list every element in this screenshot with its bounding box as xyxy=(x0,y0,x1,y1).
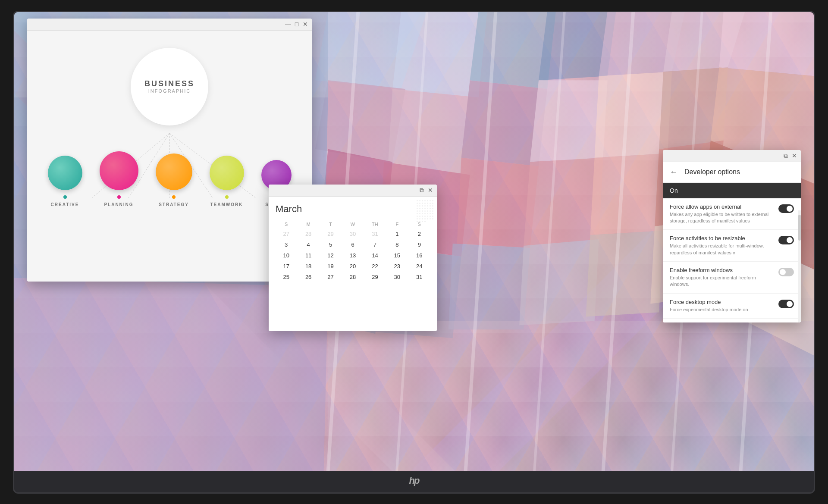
circle-planning: PLANNING xyxy=(100,151,138,207)
hp-logo-svg: hp xyxy=(405,474,423,487)
cal-day-29a[interactable]: 29 xyxy=(320,229,341,239)
circles-row: CREATIVE PLANNING STRATEGY xyxy=(48,151,292,207)
devops-freeform-title: Enable freeform windows xyxy=(670,267,773,273)
developer-options-window: ⧉ ✕ ← Developer options On Force allow a… xyxy=(663,150,801,322)
devops-force-allow-desc: Makes any app eligible to be written to … xyxy=(670,211,773,225)
circle-teal xyxy=(48,156,82,190)
devops-options-list: Force allow apps on external Makes any a… xyxy=(663,198,801,322)
circle-creative: CREATIVE xyxy=(48,156,82,207)
cal-day-10[interactable]: 10 xyxy=(276,250,297,261)
infographic-label: INFOGRAPHIC xyxy=(148,88,191,94)
day-header-th: TH xyxy=(364,220,386,229)
dot-creative xyxy=(63,195,67,199)
calendar-window: ⧉ ✕ xyxy=(269,185,437,331)
calendar-titlebar: ⧉ ✕ xyxy=(269,185,437,197)
devops-scrollbar[interactable] xyxy=(798,210,801,322)
day-header-f: F xyxy=(386,220,408,229)
toggle-force-activities[interactable] xyxy=(778,236,794,244)
calendar-content: March S M T W TH F S xyxy=(269,197,437,331)
cal-day-29b[interactable]: 29 xyxy=(364,272,386,282)
devops-force-activities-desc: Make all activities resizable for multi-… xyxy=(670,243,773,256)
devops-desktop-desc: Force experimental desktop mode on xyxy=(670,307,773,313)
toggle-desktop-mode[interactable] xyxy=(778,300,794,308)
calendar-close-button[interactable]: ✕ xyxy=(427,187,433,193)
calendar-dots-pattern xyxy=(413,197,437,331)
devops-option-freeform: Enable freeform windows Enable support f… xyxy=(663,262,801,294)
cal-week-5: 25 26 27 28 29 30 31 xyxy=(276,272,430,282)
cal-day-1[interactable]: 1 xyxy=(386,229,408,239)
circle-yellow xyxy=(210,156,244,190)
back-arrow-icon[interactable]: ← xyxy=(670,168,677,177)
devops-close-button[interactable]: ✕ xyxy=(791,153,797,159)
calendar-days-header: S M T W TH F S xyxy=(276,220,430,229)
devops-freeform-desc: Enable support for experimental freeform… xyxy=(670,275,773,288)
devops-on-bar: On xyxy=(663,183,801,198)
cal-day-11[interactable]: 11 xyxy=(298,250,319,261)
cal-day-30a[interactable]: 30 xyxy=(342,229,363,239)
cal-day-6[interactable]: 6 xyxy=(342,239,363,250)
cal-week-3: 10 11 12 13 14 15 16 xyxy=(276,250,430,261)
day-header-t1: T xyxy=(320,220,341,229)
cal-day-5[interactable]: 5 xyxy=(320,239,341,250)
cal-day-7[interactable]: 7 xyxy=(364,239,386,250)
devops-on-status: On xyxy=(670,187,678,194)
infographic-maximize-button[interactable]: □ xyxy=(294,21,300,27)
cal-day-27a[interactable]: 27 xyxy=(276,229,297,239)
calendar-maximize-button[interactable]: ⧉ xyxy=(419,187,425,193)
cal-day-25[interactable]: 25 xyxy=(276,272,297,282)
dot-strategy xyxy=(172,195,176,199)
devops-option-freeform-text: Enable freeform windows Enable support f… xyxy=(670,267,778,288)
cal-day-12[interactable]: 12 xyxy=(320,250,341,261)
calendar-header: March xyxy=(276,203,430,215)
devops-titlebar: ⧉ ✕ xyxy=(663,150,801,162)
cal-day-28b[interactable]: 28 xyxy=(342,272,363,282)
cal-day-18[interactable]: 18 xyxy=(298,261,319,272)
day-header-m: M xyxy=(298,220,319,229)
cal-day-31a[interactable]: 31 xyxy=(364,229,386,239)
toggle-freeform[interactable] xyxy=(778,268,794,276)
devops-scrollbar-thumb[interactable] xyxy=(798,215,801,241)
cal-day-30b[interactable]: 30 xyxy=(386,272,408,282)
circle-pink xyxy=(100,151,138,190)
circle-teamwork: TEAMWORK xyxy=(210,156,244,207)
devops-option-force-activities-text: Force activities to be resizable Make al… xyxy=(670,235,778,256)
cal-day-4[interactable]: 4 xyxy=(298,239,319,250)
monitor: — □ ✕ BUSINESS xyxy=(13,11,815,494)
dot-planning xyxy=(117,195,121,199)
monitor-screen: — □ ✕ BUSINESS xyxy=(14,12,814,471)
cal-day-19[interactable]: 19 xyxy=(320,261,341,272)
cal-day-3[interactable]: 3 xyxy=(276,239,297,250)
cal-day-26[interactable]: 26 xyxy=(298,272,319,282)
cal-day-27b[interactable]: 27 xyxy=(320,272,341,282)
calendar-month: March xyxy=(276,203,302,215)
devops-option-force-allow-text: Force allow apps on external Makes any a… xyxy=(670,203,778,225)
infographic-minimize-button[interactable]: — xyxy=(285,21,291,27)
cal-day-13[interactable]: 13 xyxy=(342,250,363,261)
cal-day-8[interactable]: 8 xyxy=(386,239,408,250)
hp-logo: hp xyxy=(405,474,423,490)
devops-option-desktop-mode: Force desktop mode Force experimental de… xyxy=(663,294,801,319)
devops-force-activities-title: Force activities to be resizable xyxy=(670,235,773,241)
label-teamwork: TEAMWORK xyxy=(210,202,243,207)
label-strategy: STRATEGY xyxy=(159,202,189,207)
cal-day-20[interactable]: 20 xyxy=(342,261,363,272)
business-label: BUSINESS xyxy=(144,79,194,88)
central-infographic-circle: BUSINESS INFOGRAPHIC xyxy=(131,48,208,125)
devops-option-desktop-text: Force desktop mode Force experimental de… xyxy=(670,299,778,313)
cal-day-23[interactable]: 23 xyxy=(386,261,408,272)
cal-week-4: 17 18 19 20 22 23 24 xyxy=(276,261,430,272)
cal-day-28a[interactable]: 28 xyxy=(298,229,319,239)
toggle-force-allow[interactable] xyxy=(778,204,794,213)
circle-strategy: STRATEGY xyxy=(156,153,192,207)
cal-day-15[interactable]: 15 xyxy=(386,250,408,261)
monitor-base: hp xyxy=(14,471,814,492)
day-header-s1: S xyxy=(276,220,297,229)
devops-desktop-title: Force desktop mode xyxy=(670,299,773,305)
svg-text:hp: hp xyxy=(409,475,420,485)
cal-day-22[interactable]: 22 xyxy=(364,261,386,272)
infographic-close-button[interactable]: ✕ xyxy=(302,21,308,27)
devops-option-force-activities: Force activities to be resizable Make al… xyxy=(663,230,801,262)
devops-maximize-button[interactable]: ⧉ xyxy=(783,153,789,159)
cal-day-17[interactable]: 17 xyxy=(276,261,297,272)
cal-day-14[interactable]: 14 xyxy=(364,250,386,261)
